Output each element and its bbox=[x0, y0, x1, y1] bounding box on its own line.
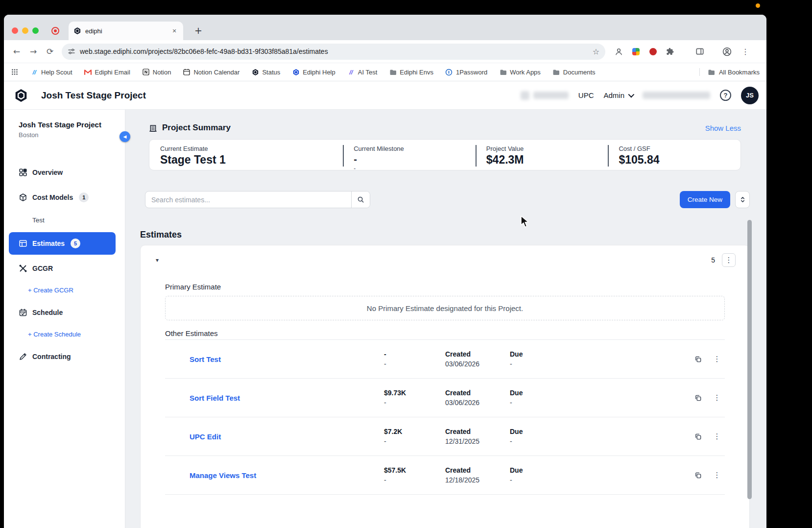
building-icon bbox=[149, 124, 157, 132]
copy-icon bbox=[694, 472, 702, 479]
search-input[interactable] bbox=[145, 192, 351, 208]
tab-strip: ediphi ✕ + bbox=[4, 15, 766, 40]
copy-estimate-button[interactable] bbox=[691, 430, 705, 443]
site-settings-icon[interactable] bbox=[68, 48, 75, 55]
redacted-org-icon bbox=[521, 91, 529, 100]
estimate-name-link[interactable]: Manage Views Test bbox=[190, 471, 384, 480]
bookmark-status[interactable]: Status bbox=[251, 68, 280, 76]
upc-link[interactable]: UPC bbox=[578, 91, 594, 99]
overview-grid-icon bbox=[19, 168, 27, 177]
bookmark-notion-calendar[interactable]: Notion Calendar bbox=[183, 68, 239, 76]
estimate-due-col: Due - bbox=[510, 389, 691, 407]
back-button[interactable]: ← bbox=[9, 44, 24, 59]
estimate-created-col: Created 03/06/2026 bbox=[445, 350, 510, 368]
search-button[interactable] bbox=[351, 192, 370, 208]
sidebar: Josh Test Stage Project Boston ◀ Overvie… bbox=[4, 110, 125, 528]
bookmark-help-scout[interactable]: // Help Scout bbox=[30, 68, 72, 76]
forward-button[interactable]: → bbox=[25, 44, 41, 59]
minimize-window-button[interactable] bbox=[22, 27, 28, 34]
schedule-calendar-icon bbox=[19, 308, 27, 317]
sidebar-item-gcgr[interactable]: GCGR bbox=[4, 257, 125, 280]
admin-dropdown[interactable]: Admin bbox=[603, 91, 633, 99]
sidebar-item-test[interactable]: Test bbox=[4, 211, 125, 230]
tab-title: ediphi bbox=[85, 27, 102, 35]
browser-tab[interactable]: ediphi ✕ bbox=[69, 22, 183, 40]
estimate-created-col: Created 03/06/2026 bbox=[445, 389, 510, 407]
sort-toggle-button[interactable] bbox=[735, 191, 750, 208]
bookmark-documents[interactable]: Documents bbox=[552, 68, 596, 76]
bookmark-ai-test[interactable]: // AI Test bbox=[347, 68, 378, 76]
bookmark-ediphi-envs[interactable]: Ediphi Envs bbox=[389, 68, 433, 76]
sidebar-project-location: Boston bbox=[19, 131, 110, 139]
passkey-icon[interactable] bbox=[613, 46, 624, 57]
page-title: Josh Test Stage Project bbox=[41, 90, 146, 101]
estimate-name-link[interactable]: Sort Test bbox=[190, 355, 384, 363]
bookmark-1password[interactable]: 1Password bbox=[445, 68, 487, 76]
folder-icon bbox=[499, 68, 507, 76]
sidebar-item-contracting[interactable]: Contracting bbox=[4, 345, 125, 368]
notion-icon bbox=[142, 68, 150, 76]
create-schedule-link[interactable]: + Create Schedule bbox=[4, 326, 125, 343]
create-gcgr-link[interactable]: + Create GCGR bbox=[4, 282, 125, 299]
scrollbar-thumb[interactable] bbox=[747, 220, 752, 499]
zoom-window-button[interactable] bbox=[32, 27, 39, 34]
search-group bbox=[145, 191, 370, 208]
estimate-name-link[interactable]: Sort Field Test bbox=[190, 394, 384, 402]
row-menu-button[interactable]: ⋮ bbox=[710, 430, 724, 443]
sidebar-nav: Overview Cost Models 1 Test Estimates 5 … bbox=[4, 161, 125, 368]
show-less-link[interactable]: Show Less bbox=[705, 124, 741, 132]
row-menu-button[interactable]: ⋮ bbox=[710, 352, 724, 366]
url-text[interactable]: web.stage.ediphi.com/projects/82bc06e8-f… bbox=[80, 48, 588, 55]
apps-grid-icon[interactable] bbox=[11, 68, 19, 76]
side-panel-icon[interactable] bbox=[694, 46, 705, 57]
address-bar[interactable]: web.stage.ediphi.com/projects/82bc06e8-f… bbox=[62, 44, 605, 60]
sidebar-item-estimates[interactable]: Estimates 5 bbox=[9, 232, 116, 255]
estimate-name-link[interactable]: UPC Edit bbox=[190, 432, 384, 441]
estimates-heading: Estimates bbox=[140, 230, 750, 240]
sidebar-item-overview[interactable]: Overview bbox=[4, 161, 125, 184]
bookmark-work-apps[interactable]: Work Apps bbox=[499, 68, 541, 76]
sidebar-collapse-button[interactable]: ◀ bbox=[119, 131, 130, 142]
copy-estimate-button[interactable] bbox=[691, 391, 705, 405]
extensions-puzzle-icon[interactable] bbox=[665, 46, 675, 57]
close-window-button[interactable] bbox=[12, 27, 18, 34]
extension-red-icon[interactable] bbox=[647, 46, 658, 57]
estimate-due-col: Due - bbox=[510, 428, 691, 445]
bookmark-ediphi-email[interactable]: Ediphi Email bbox=[84, 68, 130, 76]
app-header: Josh Test Stage Project UPC Admin ? JS bbox=[4, 81, 766, 110]
profile-icon[interactable] bbox=[721, 46, 732, 57]
ai-test-icon: // bbox=[347, 68, 355, 76]
project-summary-title: Project Summary bbox=[162, 123, 231, 133]
estimates-toolbar: Create New bbox=[140, 191, 750, 208]
estimate-created-col: Created 12/18/2025 bbox=[445, 466, 510, 484]
reload-button[interactable]: ⟳ bbox=[42, 44, 58, 59]
sort-chevrons-icon bbox=[740, 196, 746, 203]
user-avatar[interactable]: JS bbox=[741, 87, 759, 104]
sidebar-project-name: Josh Test Stage Project bbox=[19, 120, 110, 130]
summary-current-estimate: Current Estimate Stage Test 1 bbox=[149, 144, 343, 166]
ediphi-logo[interactable] bbox=[14, 88, 28, 103]
create-new-button[interactable]: Create New bbox=[680, 191, 730, 208]
panel-menu-button[interactable]: ⋮ bbox=[722, 253, 736, 267]
sidebar-item-schedule[interactable]: Schedule bbox=[4, 301, 125, 324]
tab-close-icon[interactable]: ✕ bbox=[170, 28, 178, 34]
estimate-row: Sort Test - - Created 03/06/2026 Due - bbox=[165, 340, 725, 379]
new-tab-button[interactable]: + bbox=[192, 24, 205, 37]
sidebar-item-cost-models[interactable]: Cost Models 1 bbox=[4, 186, 125, 209]
collapse-caret-icon[interactable]: ▾ bbox=[152, 257, 162, 264]
bookmark-star-icon[interactable]: ☆ bbox=[593, 47, 599, 56]
row-menu-button[interactable]: ⋮ bbox=[710, 468, 724, 482]
bookmark-notion[interactable]: Notion bbox=[142, 68, 171, 76]
all-bookmarks-button[interactable]: All Bookmarks bbox=[699, 68, 760, 76]
row-menu-button[interactable]: ⋮ bbox=[710, 391, 724, 405]
help-button[interactable]: ? bbox=[720, 90, 731, 101]
calendar-icon bbox=[183, 68, 191, 76]
copy-estimate-button[interactable] bbox=[691, 468, 705, 482]
ediphi-favicon bbox=[73, 27, 81, 35]
estimates-table-icon bbox=[19, 239, 27, 248]
extension-colorful-icon[interactable] bbox=[630, 46, 641, 57]
copy-icon bbox=[694, 433, 702, 440]
copy-estimate-button[interactable] bbox=[691, 352, 705, 366]
browser-menu-icon[interactable]: ⋮ bbox=[741, 47, 749, 56]
bookmark-ediphi-help[interactable]: Ediphi Help bbox=[292, 68, 335, 76]
